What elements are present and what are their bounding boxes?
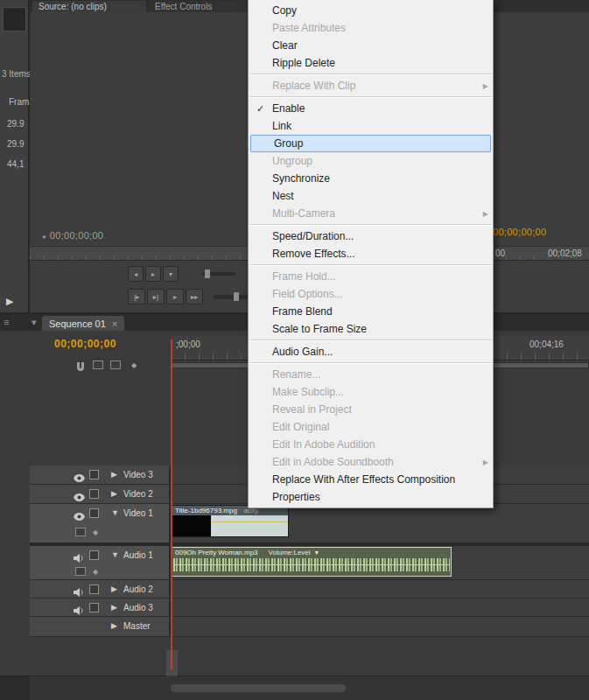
playhead-line[interactable] xyxy=(171,340,172,669)
toggle-track-mute-icon[interactable] xyxy=(74,550,84,566)
transport-prev-button[interactable]: ◂ xyxy=(128,266,144,282)
menu-item-audio-gain[interactable]: Audio Gain... xyxy=(249,343,493,360)
project-row[interactable]: 29.9 xyxy=(7,119,24,129)
close-tab-icon[interactable]: × xyxy=(112,318,117,329)
timeline-timecode[interactable]: 00;00;00;00 xyxy=(54,338,116,350)
keyframe-icon[interactable]: ◆ xyxy=(93,528,98,536)
clip-title-1bd96793[interactable]: Title-1bd96793.mpgacity xyxy=(172,505,289,537)
menu-item-label: Enable xyxy=(272,102,479,115)
track-lock-box[interactable] xyxy=(89,603,99,612)
play-icon[interactable]: ▶ xyxy=(6,296,13,307)
menu-item-copy[interactable]: Copy xyxy=(249,2,493,19)
menu-item-nest[interactable]: Nest xyxy=(249,187,493,205)
track-header-audio-3[interactable]: ▶ Audio 3 xyxy=(30,598,171,617)
track-name: Audio 3 xyxy=(123,603,153,612)
menu-item-link[interactable]: Link xyxy=(249,117,493,135)
collapse-track-icon[interactable]: ▼ xyxy=(111,508,119,517)
track-lane-master[interactable] xyxy=(171,617,589,637)
menu-item-label: Edit In Adobe Audition xyxy=(272,438,479,451)
set-marker-icon[interactable] xyxy=(93,360,103,369)
expand-track-icon[interactable]: ▶ xyxy=(111,603,117,612)
goto-out-button[interactable]: ▸} xyxy=(147,289,165,304)
set-chapter-icon[interactable] xyxy=(110,360,121,369)
expand-track-icon[interactable]: ▶ xyxy=(111,489,117,498)
tab-menu-icon[interactable]: ▾ xyxy=(32,317,37,328)
transport-menu-button[interactable]: ▾ xyxy=(163,266,179,282)
panel-menu-icon[interactable]: ≡ xyxy=(4,317,9,327)
track-lane-audio-2[interactable] xyxy=(171,580,589,598)
menu-item-reveal-in-project: Reveal in Project xyxy=(249,401,493,418)
volume-rubber-band[interactable] xyxy=(173,564,450,565)
keyframe-icon[interactable]: ◆ xyxy=(93,568,98,576)
horizontal-scrollbar[interactable] xyxy=(171,684,346,692)
menu-item-label: Ripple Delete xyxy=(272,57,479,69)
track-lane-audio-3[interactable] xyxy=(171,598,589,617)
menu-separator xyxy=(249,340,492,341)
project-row[interactable]: Fram xyxy=(9,97,29,107)
opacity-rubber-band[interactable] xyxy=(211,522,288,522)
play-in-out-button[interactable]: ▸▸ xyxy=(186,289,203,304)
toggle-track-output-icon[interactable] xyxy=(74,489,85,505)
track-header-video-1[interactable]: ▼ Video 1 ◆ xyxy=(30,504,171,543)
expand-track-icon[interactable]: ▶ xyxy=(111,621,117,630)
toggle-track-output-icon[interactable] xyxy=(74,470,85,486)
collapse-track-icon[interactable]: ▼ xyxy=(111,550,119,559)
menu-item-properties[interactable]: Properties xyxy=(249,488,493,506)
toggle-track-output-icon[interactable] xyxy=(74,508,85,524)
marker-icon: ◆ xyxy=(131,361,137,369)
volume-dropdown-icon[interactable]: ▾ xyxy=(315,549,319,556)
source-timecode: ●00;00;00;00 xyxy=(42,227,103,242)
menu-item-synchronize[interactable]: Synchronize xyxy=(249,170,493,187)
menu-item-edit-in-adobe-soundbooth: Edit in Adobe Soundbooth▶ xyxy=(249,453,493,471)
menu-item-replace-with-after-effects-composition[interactable]: Replace With After Effects Composition xyxy=(249,471,493,488)
zoom-slider[interactable] xyxy=(201,272,236,276)
timecode-dot-icon: ● xyxy=(42,233,46,241)
menu-item-group[interactable]: Group xyxy=(250,135,491,152)
snap-magnet-icon[interactable] xyxy=(75,360,86,375)
transport-next-button[interactable]: ▸ xyxy=(145,266,161,282)
menu-item-field-options: Field Options... xyxy=(249,285,493,303)
menu-item-scale-to-frame-size[interactable]: Scale to Frame Size xyxy=(249,320,493,338)
timeline-bottom-strip xyxy=(0,676,589,700)
track-audio-2: ▶ Audio 2 xyxy=(0,580,589,598)
clip-thumbnail xyxy=(172,515,211,536)
play-button[interactable]: ▸ xyxy=(166,289,184,304)
goto-in-button[interactable]: {▸ xyxy=(128,289,145,304)
track-lock-box[interactable] xyxy=(89,470,99,480)
track-lock-box[interactable] xyxy=(89,489,99,499)
set-display-style-icon[interactable] xyxy=(75,567,86,576)
menu-item-remove-effects[interactable]: Remove Effects... xyxy=(249,245,493,262)
clip-009oh-pretty-woman[interactable]: 009Oh Pretty Woman.mp3Volume:Level ▾ xyxy=(172,547,452,577)
menu-item-frame-blend[interactable]: Frame Blend xyxy=(249,303,493,320)
track-header-video-2[interactable]: ▶ Video 2 xyxy=(30,485,171,504)
track-header-video-3[interactable]: ▶ Video 3 xyxy=(30,466,171,485)
track-header-audio-2[interactable]: ▶ Audio 2 xyxy=(30,580,171,598)
project-items-count: 3 Items xyxy=(2,69,31,79)
menu-item-ripple-delete[interactable]: Ripple Delete xyxy=(249,54,493,72)
project-row[interactable]: 44,1 xyxy=(7,159,24,169)
set-display-style-icon[interactable] xyxy=(75,528,86,536)
shuttle-thumb[interactable] xyxy=(234,292,239,301)
menu-item-speed-duration[interactable]: Speed/Duration... xyxy=(249,228,493,245)
tab-sequence-01[interactable]: Sequence 01 × xyxy=(42,316,124,331)
menu-separator xyxy=(249,264,492,266)
project-row[interactable]: 29.9 xyxy=(7,139,24,149)
program-timecode: 00;00;00;00 xyxy=(493,227,546,237)
track-header-master[interactable]: ▶ Master xyxy=(30,617,171,637)
track-header-audio-1[interactable]: ▼ Audio 1 ◆ xyxy=(30,546,171,580)
expand-track-icon[interactable]: ▶ xyxy=(111,470,117,479)
tab-source[interactable]: Source: (no clips) xyxy=(32,1,146,12)
menu-item-enable[interactable]: ✓Enable xyxy=(249,100,493,117)
track-name: Video 1 xyxy=(123,508,153,518)
track-lock-box[interactable] xyxy=(89,508,99,518)
zoom-slider-thumb[interactable] xyxy=(205,270,210,278)
menu-item-label: Speed/Duration... xyxy=(272,230,479,242)
menu-item-label: Properties xyxy=(272,491,479,503)
menu-item-label: Scale to Frame Size xyxy=(272,323,479,335)
menu-item-clear[interactable]: Clear xyxy=(249,37,493,54)
track-lock-box[interactable] xyxy=(89,584,99,594)
tab-effect-controls[interactable]: Effect Controls xyxy=(149,1,254,12)
expand-track-icon[interactable]: ▶ xyxy=(111,584,117,593)
audio-waveform xyxy=(173,558,450,571)
track-lock-box[interactable] xyxy=(89,550,99,560)
